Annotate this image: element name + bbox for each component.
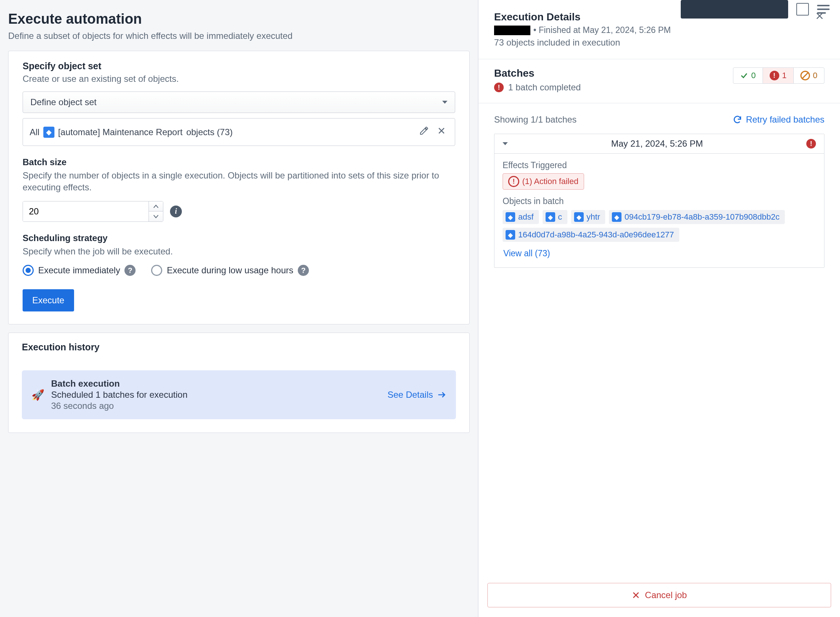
object-chip-list: ◆adsf ◆c ◆yhtr ◆094cb179-eb78-4a8b-a359-…: [503, 210, 816, 242]
details-title: Execution Details: [494, 11, 671, 23]
pill-error[interactable]: ! 1: [763, 68, 794, 83]
batch-size-label: Batch size: [22, 157, 455, 167]
error-icon: !: [806, 139, 816, 149]
batch-size-stepper[interactable]: [149, 201, 163, 221]
showing-batches-label: Showing 1/1 batches: [494, 114, 577, 125]
object-count-label: objects (73): [186, 127, 233, 137]
chevron-down-icon: [503, 142, 508, 145]
object-chip[interactable]: ◆094cb179-eb78-4a8b-a359-107b908dbb2c: [609, 210, 784, 224]
history-item-time: 36 seconds ago: [51, 401, 381, 411]
history-title: Execution history: [22, 342, 456, 353]
history-item-title: Batch execution: [51, 378, 381, 389]
object-set-all-label: All: [30, 127, 40, 137]
error-outline-icon: !: [508, 176, 519, 187]
help-icon[interactable]: ?: [298, 265, 309, 276]
history-item[interactable]: 🚀 Batch execution Scheduled 1 batches fo…: [22, 370, 456, 419]
schedule-immediate-label: Execute immediately: [38, 265, 120, 276]
pill-success[interactable]: 0: [733, 68, 763, 83]
history-card: Execution history 🚀 Batch execution Sche…: [8, 332, 469, 433]
object-set-row: All ◆ [automate] Maintenance Report obje…: [22, 118, 455, 146]
batches-subtitle: 1 batch completed: [508, 82, 581, 93]
retry-failed-link[interactable]: Retry failed batches: [732, 114, 824, 125]
see-details-link[interactable]: See Details: [387, 390, 446, 400]
object-chip[interactable]: ◆c: [543, 210, 567, 224]
action-failed-badge[interactable]: ! (1) Action failed: [503, 173, 584, 190]
chevron-down-icon: [442, 101, 447, 104]
close-details-icon[interactable]: [815, 11, 824, 22]
object-type-icon: ◆: [43, 127, 55, 138]
help-icon[interactable]: ?: [124, 265, 136, 276]
batch-item: May 21, 2024, 5:26 PM ! Effects Triggere…: [494, 134, 824, 268]
batch-header[interactable]: May 21, 2024, 5:26 PM !: [495, 134, 824, 154]
status-pills: 0 ! 1 0: [733, 67, 824, 84]
execute-button[interactable]: Execute: [22, 289, 74, 311]
view-all-link[interactable]: View all (73): [503, 248, 816, 258]
batch-size-desc: Specify the number of objects in a singl…: [22, 170, 455, 194]
stepper-up-icon[interactable]: [149, 201, 163, 212]
schedule-low-usage-label: Execute during low usage hours: [167, 265, 293, 276]
schedule-low-usage-radio[interactable]: Execute during low usage hours ?: [151, 265, 309, 276]
object-set-title: Specify object set: [22, 61, 455, 71]
batch-date: May 21, 2024, 5:26 PM: [508, 139, 806, 149]
object-set-sub: Create or use an existing set of objects…: [22, 74, 455, 84]
batches-title: Batches: [494, 67, 581, 79]
object-chip[interactable]: ◆yhtr: [571, 210, 605, 224]
edit-icon[interactable]: [417, 124, 431, 140]
object-set-selector[interactable]: Define object set: [22, 92, 455, 113]
schedule-immediate-radio[interactable]: Execute immediately ?: [22, 265, 136, 276]
effects-triggered-label: Effects Triggered: [503, 160, 816, 170]
skip-icon: [800, 71, 810, 80]
error-icon: !: [770, 71, 779, 80]
redacted-user: [494, 25, 530, 35]
rocket-icon: 🚀: [31, 389, 44, 401]
scheduling-label: Scheduling strategy: [22, 233, 455, 243]
object-chip[interactable]: ◆164d0d7d-a98b-4a25-943d-a0e96dee1277: [503, 228, 679, 242]
details-object-count: 73 objects included in execution: [494, 37, 671, 48]
batch-size-input[interactable]: [23, 201, 149, 221]
page-subtitle: Define a subset of objects for which eff…: [8, 31, 469, 41]
configure-card: Specify object set Create or use an exis…: [8, 51, 469, 325]
page-title: Execute automation: [8, 11, 469, 27]
scheduling-desc: Specify when the job will be executed.: [22, 245, 455, 257]
objects-in-batch-label: Objects in batch: [503, 196, 816, 206]
details-finished: • Finished at May 21, 2024, 5:26 PM: [533, 25, 671, 35]
info-icon[interactable]: i: [170, 205, 182, 217]
object-set-selector-label: Define object set: [30, 97, 97, 108]
cancel-job-button[interactable]: Cancel job: [487, 583, 831, 607]
pill-skipped[interactable]: 0: [794, 68, 824, 83]
stepper-down-icon[interactable]: [149, 211, 163, 221]
close-icon[interactable]: [435, 124, 448, 140]
error-icon: !: [494, 83, 504, 92]
history-item-sub: Scheduled 1 batches for execution: [51, 390, 381, 400]
object-type-name: [automate] Maintenance Report: [58, 127, 183, 137]
object-chip[interactable]: ◆adsf: [503, 210, 539, 224]
